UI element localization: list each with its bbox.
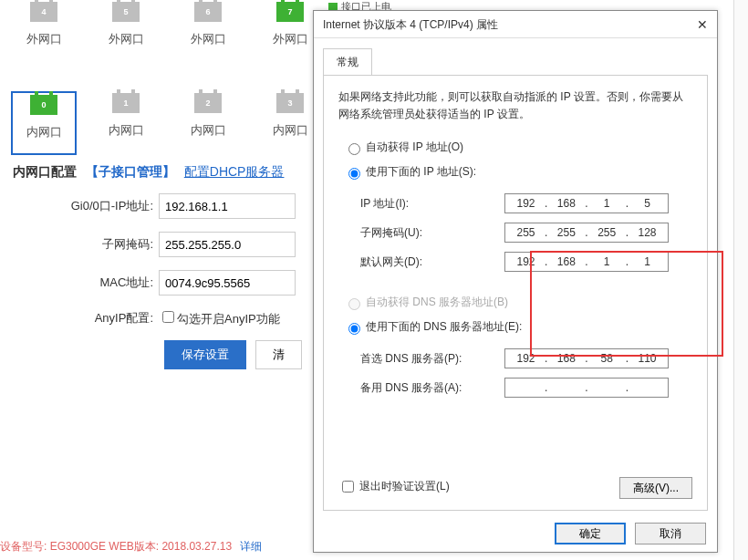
dns2-label: 备用 DNS 服务器(A): <box>360 380 504 396</box>
wan-port-5[interactable]: 5外网口 <box>93 0 159 64</box>
modal-description: 如果网络支持此功能，则可以获取自动指派的 IP 设置。否则，你需要从网络系统管理… <box>338 88 692 123</box>
dhcp-config-link[interactable]: 配置DHCP服务器 <box>184 164 285 179</box>
anyip-check-text: 勾选开启AnyIP功能 <box>177 312 280 326</box>
port-icon: 6 <box>194 2 222 22</box>
dns2-input[interactable]: ... <box>504 378 669 398</box>
ip-label: Gi0/0口-IP地址: <box>13 198 159 214</box>
footer-text: 设备型号: EG3000GE WEB版本: 2018.03.27.13 <box>0 540 232 553</box>
port-label: 外网口 <box>26 31 62 47</box>
mac-input[interactable] <box>159 270 296 296</box>
tab-general[interactable]: 常规 <box>323 48 372 76</box>
close-icon[interactable]: ✕ <box>697 11 708 38</box>
radio-auto-dns <box>348 298 360 310</box>
anyip-checkbox[interactable] <box>162 311 174 323</box>
port-icon: 4 <box>30 2 57 22</box>
port-label: 外网口 <box>109 31 144 47</box>
radio-auto-ip[interactable] <box>348 143 360 155</box>
port-icon: 5 <box>112 2 140 22</box>
ip-address-label: IP 地址(I): <box>360 196 504 212</box>
port-number: 3 <box>287 99 292 108</box>
gateway-label: 默认网关(D): <box>360 254 504 270</box>
port-label: 内网口 <box>109 122 144 139</box>
radio-auto-dns-label: 自动获得 DNS 服务器地址(B) <box>366 295 508 310</box>
port-label: 外网口 <box>191 31 226 47</box>
save-button[interactable]: 保存设置 <box>164 340 246 369</box>
anyip-label: AnyIP配置: <box>13 310 159 327</box>
lan-port-1[interactable]: 1内网口 <box>93 91 159 155</box>
port-label: 内网口 <box>191 122 226 139</box>
dns1-input[interactable]: 192.168.58.110 <box>504 348 669 368</box>
port-number: 1 <box>123 99 128 108</box>
wan-port-6[interactable]: 6外网口 <box>175 0 241 64</box>
mask-label: 子网掩码: <box>13 236 159 253</box>
radio-manual-dns[interactable] <box>348 323 360 335</box>
mac-label: MAC地址: <box>13 275 159 291</box>
port-number: 6 <box>205 7 210 16</box>
radio-manual-ip-label: 使用下面的 IP 地址(S): <box>366 164 476 180</box>
ok-button[interactable]: 确定 <box>555 523 626 544</box>
port-number: 0 <box>41 100 46 109</box>
wan-port-4[interactable]: 4外网口 <box>11 0 77 64</box>
footer-detail-link[interactable]: 详细 <box>240 540 262 553</box>
sub-iface-mgmt-link[interactable]: 【子接口管理】 <box>86 164 175 179</box>
mask-input[interactable] <box>159 232 296 257</box>
port-icon: 0 <box>30 95 57 115</box>
radio-manual-ip[interactable] <box>348 168 360 180</box>
validate-checkbox[interactable] <box>342 481 354 493</box>
port-icon: 3 <box>276 93 304 113</box>
cfg-title: 内网口配置 <box>13 164 77 179</box>
port-number: 7 <box>287 7 292 16</box>
port-number: 4 <box>41 7 46 16</box>
clear-button[interactable]: 清 <box>255 340 302 369</box>
ipv4-properties-dialog: Internet 协议版本 4 (TCP/IPv4) 属性 ✕ 常规 如果网络支… <box>313 10 718 553</box>
port-label: 外网口 <box>273 31 308 47</box>
cancel-button[interactable]: 取消 <box>635 523 706 544</box>
advanced-button[interactable]: 高级(V)... <box>619 477 692 499</box>
port-icon: 7 <box>276 2 304 22</box>
radio-manual-dns-label: 使用下面的 DNS 服务器地址(E): <box>366 319 522 335</box>
validate-label: 退出时验证设置(L) <box>359 479 450 494</box>
port-number: 5 <box>123 7 128 16</box>
subnet-mask-label: 子网掩码(U): <box>360 225 504 241</box>
port-icon: 1 <box>112 93 140 113</box>
right-fragment <box>733 0 748 560</box>
lan-port-0[interactable]: 0内网口 <box>11 91 77 155</box>
port-label: 内网口 <box>26 124 62 140</box>
ip-input[interactable] <box>159 193 296 219</box>
port-icon: 2 <box>194 93 222 113</box>
radio-auto-ip-label: 自动获得 IP 地址(O) <box>366 140 463 155</box>
modal-title: Internet 协议版本 4 (TCP/IPv4) 属性 <box>323 11 498 38</box>
port-number: 2 <box>205 99 210 108</box>
subnet-mask-input[interactable]: 255.255.255.128 <box>504 223 669 243</box>
dns1-label: 首选 DNS 服务器(P): <box>360 351 504 367</box>
port-label: 内网口 <box>273 122 308 139</box>
ip-address-input[interactable]: 192.168.1.5 <box>504 193 669 213</box>
lan-port-2[interactable]: 2内网口 <box>175 91 241 155</box>
gateway-input[interactable]: 192.168.1.1 <box>504 252 669 272</box>
